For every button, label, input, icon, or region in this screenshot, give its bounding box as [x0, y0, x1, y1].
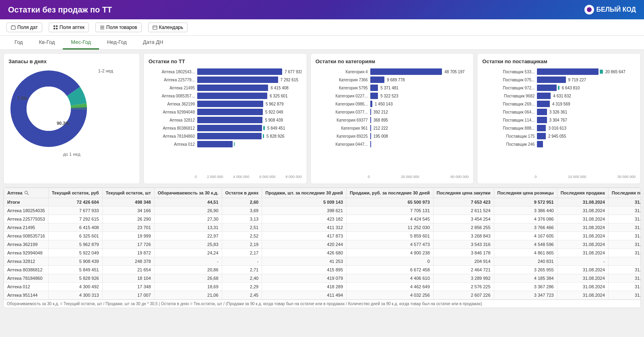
bar-container: 368 895 — [370, 117, 469, 123]
tab-myear[interactable]: Мес-Год — [63, 36, 99, 50]
bar-label: Поставщик 114... — [482, 118, 535, 122]
cell-last_supply: 31.08.2024 — [608, 266, 641, 274]
bar-value: 5 849 451 — [267, 126, 285, 130]
bar-container: 195 008 — [370, 133, 469, 139]
cell-sales_rub: 7 705 131 — [347, 207, 433, 215]
bar-fill — [370, 117, 371, 123]
bar-container: 4 631 832 — [537, 93, 636, 99]
x-axis-label: 0 — [535, 175, 537, 179]
bar-label: Категория 7366 — [316, 78, 368, 82]
bar-container: 20 865 647 — [537, 68, 636, 75]
bar-container: 4 319 569 — [537, 101, 636, 107]
pharmacy-fields-button[interactable]: Поля аптек — [49, 23, 89, 32]
total-cell-last_purchase_price: 7 653 423 — [433, 198, 494, 207]
cell-sales_rub: 4 577 473 — [347, 240, 433, 249]
bar-value: 20 865 647 — [605, 70, 625, 74]
total-cell-pharmacy: Итоги — [4, 198, 49, 207]
bar-label: Аптека 225779... — [149, 78, 195, 82]
cell-last_sale: 31.08.2024 — [557, 249, 608, 257]
cell-sales_pcs: 420 244 — [262, 240, 347, 249]
cell-balance_pcs: 17 007 — [102, 291, 154, 300]
cell-sales_pcs: 426 680 — [262, 249, 347, 257]
x-axis-label: 0 — [368, 175, 370, 179]
bar-value: 1 450 143 — [375, 102, 393, 106]
bar-fill — [537, 101, 550, 107]
bar-label: Поставщик 9682 — [482, 94, 535, 98]
bar-container: 5 922 049 — [197, 109, 302, 115]
svg-line-18 — [27, 194, 29, 195]
product-fields-button[interactable]: Поля товаров — [95, 23, 142, 32]
bar-row: Поставщик 96824 631 832 — [482, 93, 636, 99]
bar-container — [370, 141, 469, 147]
cell-last_purchase_price: 2 464 721 — [433, 266, 494, 274]
bar-value: 7 292 615 — [281, 78, 299, 82]
bar-label: Категория 5795 — [316, 86, 368, 90]
bar-label: Поставщик 075... — [482, 78, 535, 82]
bar-fill — [370, 133, 371, 139]
col-pharmacy: Аптека — [4, 188, 49, 198]
cell-balance_days: 3,69 — [222, 207, 262, 215]
calendar-button[interactable]: Календарь — [148, 23, 188, 32]
tab-year[interactable]: Год — [6, 36, 31, 50]
bar-container: 5 962 879 — [197, 101, 302, 107]
table-total-row: Итоги72 426 604498 34844,512,605 009 143… — [4, 198, 641, 207]
bar-fill-secondary — [234, 142, 235, 146]
list-icon — [100, 25, 105, 30]
calendar-label: Календарь — [159, 25, 184, 30]
total-cell-last_sale: 31.08.2024 — [557, 198, 608, 207]
cell-last_sale: 31.08.2024 — [557, 291, 608, 300]
bar-fill — [537, 93, 551, 99]
cell-pharmacy: Аптека 92994048 — [4, 249, 49, 257]
donut-svg-container: 1-2 нед 7.5% 90.3% — [8, 68, 89, 150]
cell-balance_rub: 6 415 408 — [48, 223, 102, 232]
cell-sales_pcs: 423 182 — [262, 215, 347, 223]
table-row: Аптека 0085357166 325 60119 99922,972,52… — [4, 232, 641, 240]
table-row: Аптека 2257793537 292 61526 29027,303,13… — [4, 215, 641, 223]
cell-last_retail_price: 3 347 723 — [494, 291, 557, 300]
donut-svg — [8, 68, 89, 149]
table-row: Аптека 1802540357 677 93334 16626,903,69… — [4, 207, 641, 215]
cell-balance_rub: 5 962 879 — [48, 240, 102, 249]
search-icon[interactable] — [24, 190, 29, 195]
cell-last_supply: 31.08.2024 — [608, 215, 641, 223]
bar-label: Поставщик 972... — [482, 86, 535, 90]
bar-fill — [370, 125, 371, 131]
header: Остатки без продаж по ТТ БЕЛЫЙ КОД — [0, 0, 644, 19]
date-fields-button[interactable]: Поля дат — [6, 23, 42, 32]
total-cell-sales_rub: 65 500 973 — [347, 198, 433, 207]
cell-balance_days: 2,19 — [222, 240, 262, 249]
cell-sales_pcs: 419 079 — [262, 274, 347, 283]
bar-container: 5 828 926 — [197, 133, 302, 139]
bar-fill — [197, 76, 278, 83]
cell-sales_pcs: 41 253 — [262, 257, 347, 266]
x-axis-label: 8 000 000 — [286, 175, 302, 179]
bar-fill — [370, 101, 372, 107]
bar-label: Категория 4 — [316, 70, 368, 74]
cell-balance_rub: 5 828 926 — [48, 274, 102, 283]
cell-pharmacy: Аптека 951144 — [4, 291, 49, 300]
bar-row: Категория 448 705 197 — [316, 68, 469, 75]
date-fields-label: Поля дат — [17, 25, 38, 30]
table-row: Аптека 0124 300 49217 34818,692,29418 28… — [4, 283, 641, 291]
tab-datedn[interactable]: Дата ДН — [135, 36, 171, 50]
bar-value: 368 895 — [374, 118, 388, 122]
tab-wyear[interactable]: Нед-Год — [99, 36, 135, 50]
cell-turnover: 21,06 — [154, 291, 222, 300]
bar-fill-secondary — [263, 134, 264, 138]
bar-container: 7 292 615 — [197, 76, 302, 83]
cell-last_supply: 31.08.2024 — [608, 249, 641, 257]
bar-label: Категория 0227... — [316, 94, 368, 98]
cell-sales_pcs: 418 289 — [262, 283, 347, 291]
bar-container: 9 689 778 — [370, 76, 469, 83]
cell-last_sale: 31.08.2024 — [557, 274, 608, 283]
bar-container: 2 945 055 — [537, 133, 636, 139]
bar-value: 5 962 879 — [266, 102, 284, 106]
total-cell-last_supply: 31.08.2024 — [608, 198, 641, 207]
table-row: Аптека 803868125 849 45121 65420,862,714… — [4, 266, 641, 274]
bar-fill — [370, 93, 378, 99]
tab-qyear[interactable]: Кв-Год — [31, 36, 63, 50]
bar-row: Поставщик 533...20 865 647 — [482, 68, 636, 75]
cell-pharmacy: Аптека 78184860 — [4, 274, 49, 283]
total-cell-balance_pcs: 498 348 — [102, 198, 154, 207]
bar-fill — [537, 117, 547, 123]
